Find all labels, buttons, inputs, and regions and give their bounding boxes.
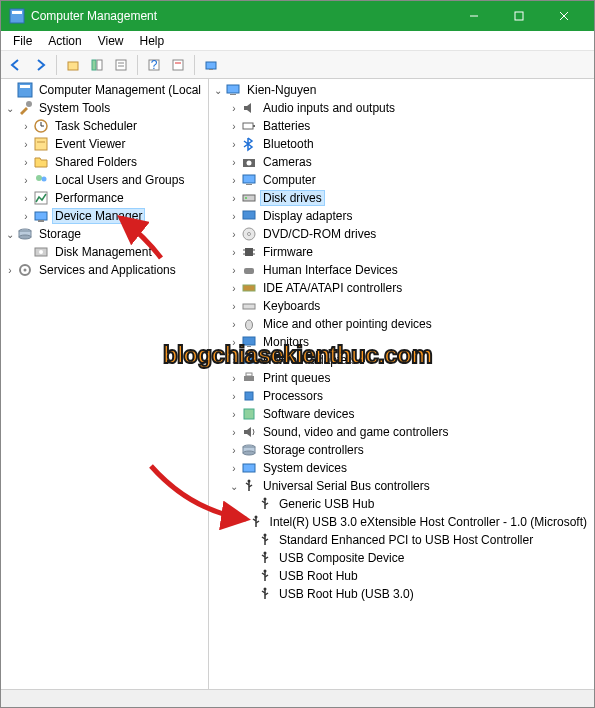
left-item-device-manager[interactable]: ›Device Manager xyxy=(3,207,208,225)
collapse-icon[interactable]: › xyxy=(227,445,241,456)
collapse-icon[interactable]: › xyxy=(227,157,241,168)
menu-view[interactable]: View xyxy=(90,32,132,50)
expand-icon[interactable]: ⌄ xyxy=(211,85,225,96)
device-category-network-adapters[interactable]: ›Network adapters xyxy=(211,351,594,369)
up-button[interactable] xyxy=(62,54,84,76)
device-item[interactable]: Generic USB Hub xyxy=(211,495,594,513)
collapse-icon[interactable]: › xyxy=(227,319,241,330)
svg-point-47 xyxy=(245,197,247,199)
usb-icon xyxy=(257,550,273,566)
device-category-monitors[interactable]: ›Monitors xyxy=(211,333,594,351)
device-category-firmware[interactable]: ›Firmware xyxy=(211,243,594,261)
usb-icon xyxy=(248,514,264,530)
device-category-print-queues[interactable]: ›Print queues xyxy=(211,369,594,387)
left-root-node[interactable]: Computer Management (Local xyxy=(3,81,208,99)
collapse-icon[interactable]: › xyxy=(227,175,241,186)
collapse-icon[interactable]: › xyxy=(227,391,241,402)
services-node[interactable]: ›Services and Applications xyxy=(3,261,208,279)
left-item-local-users-and-groups[interactable]: ›Local Users and Groups xyxy=(3,171,208,189)
device-category-dvd-cd-rom-drives[interactable]: ›DVD/CD-ROM drives xyxy=(211,225,594,243)
collapse-icon[interactable]: › xyxy=(227,463,241,474)
device-item[interactable]: Intel(R) USB 3.0 eXtensible Host Control… xyxy=(211,513,594,531)
device-category-system-devices[interactable]: ›System devices xyxy=(211,459,594,477)
device-category-disk-drives[interactable]: ›Disk drives xyxy=(211,189,594,207)
device-category-keyboards[interactable]: ›Keyboards xyxy=(211,297,594,315)
svg-rect-3 xyxy=(515,12,523,20)
menu-file[interactable]: File xyxy=(5,32,40,50)
collapse-icon[interactable]: › xyxy=(227,229,241,240)
collapse-icon[interactable]: › xyxy=(227,355,241,366)
forward-button[interactable] xyxy=(29,54,51,76)
device-category-storage-controllers[interactable]: ›Storage controllers xyxy=(211,441,594,459)
collapse-icon[interactable]: › xyxy=(227,247,241,258)
device-category-computer[interactable]: ›Computer xyxy=(211,171,594,189)
left-item-task-scheduler[interactable]: ›Task Scheduler xyxy=(3,117,208,135)
collapse-icon[interactable]: › xyxy=(227,337,241,348)
storage-node[interactable]: ⌄Storage xyxy=(3,225,208,243)
collapse-icon[interactable]: › xyxy=(227,427,241,438)
svg-rect-62 xyxy=(244,358,254,363)
close-button[interactable] xyxy=(541,1,586,31)
svg-rect-7 xyxy=(92,60,96,70)
menu-help[interactable]: Help xyxy=(132,32,173,50)
scan-hardware-button[interactable] xyxy=(200,54,222,76)
collapse-icon[interactable]: › xyxy=(19,211,33,222)
maximize-button[interactable] xyxy=(496,1,541,31)
device-category-software-devices[interactable]: ›Software devices xyxy=(211,405,594,423)
collapse-icon[interactable]: › xyxy=(227,301,241,312)
expand-icon[interactable]: ⌄ xyxy=(3,229,17,240)
collapse-icon[interactable]: › xyxy=(227,103,241,114)
collapse-icon[interactable]: › xyxy=(227,211,241,222)
left-tree[interactable]: Computer Management (Local⌄System Tools›… xyxy=(1,81,208,279)
svg-rect-66 xyxy=(245,392,253,400)
system-tools-node[interactable]: ⌄System Tools xyxy=(3,99,208,117)
show-hide-tree-button[interactable] xyxy=(86,54,108,76)
left-item-event-viewer[interactable]: ›Event Viewer xyxy=(3,135,208,153)
device-category-ide-ata-atapi-controllers[interactable]: ›IDE ATA/ATAPI controllers xyxy=(211,279,594,297)
collapse-icon[interactable]: › xyxy=(227,265,241,276)
device-category-display-adapters[interactable]: ›Display adapters xyxy=(211,207,594,225)
collapse-icon[interactable]: › xyxy=(227,409,241,420)
device-category-bluetooth[interactable]: ›Bluetooth xyxy=(211,135,594,153)
back-button[interactable] xyxy=(5,54,27,76)
expand-icon[interactable]: ⌄ xyxy=(3,103,17,114)
collapse-icon[interactable]: › xyxy=(227,373,241,384)
device-category-processors[interactable]: ›Processors xyxy=(211,387,594,405)
device-category-audio-inputs-and-outputs[interactable]: ›Audio inputs and outputs xyxy=(211,99,594,117)
menu-action[interactable]: Action xyxy=(40,32,89,50)
collapse-icon[interactable]: › xyxy=(227,139,241,150)
collapse-icon[interactable]: › xyxy=(19,193,33,204)
minimize-button[interactable] xyxy=(451,1,496,31)
collapse-icon[interactable]: › xyxy=(3,265,17,276)
collapse-icon[interactable]: › xyxy=(19,121,33,132)
device-category-mice-and-other-pointing-devices[interactable]: ›Mice and other pointing devices xyxy=(211,315,594,333)
left-item-disk-management[interactable]: Disk Management xyxy=(3,243,208,261)
refresh-button[interactable]: ? xyxy=(143,54,165,76)
device-category-sound-video-and-game-controllers[interactable]: ›Sound, video and game controllers xyxy=(211,423,594,441)
device-item[interactable]: USB Root Hub xyxy=(211,567,594,585)
help-button[interactable] xyxy=(167,54,189,76)
left-item-shared-folders[interactable]: ›Shared Folders xyxy=(3,153,208,171)
device-tree[interactable]: ⌄Kien-Nguyen›Audio inputs and outputs›Ba… xyxy=(209,81,594,603)
collapse-icon[interactable]: › xyxy=(227,283,241,294)
svg-point-59 xyxy=(246,320,253,330)
collapse-icon[interactable]: › xyxy=(227,193,241,204)
device-category-universal-serial-bus-controllers[interactable]: ⌄Universal Serial Bus controllers xyxy=(211,477,594,495)
collapse-icon[interactable]: › xyxy=(19,175,33,186)
left-item-performance[interactable]: ›Performance xyxy=(3,189,208,207)
device-category-batteries[interactable]: ›Batteries xyxy=(211,117,594,135)
properties-button[interactable] xyxy=(110,54,132,76)
collapse-icon[interactable]: › xyxy=(227,121,241,132)
expand-icon[interactable]: ⌄ xyxy=(227,481,241,492)
collapse-icon[interactable]: › xyxy=(19,157,33,168)
device-item[interactable]: USB Composite Device xyxy=(211,549,594,567)
svg-rect-48 xyxy=(243,211,255,219)
device-item[interactable]: USB Root Hub (USB 3.0) xyxy=(211,585,594,603)
device-root-node[interactable]: ⌄Kien-Nguyen xyxy=(211,81,594,99)
device-category-cameras[interactable]: ›Cameras xyxy=(211,153,594,171)
collapse-icon[interactable]: › xyxy=(19,139,33,150)
device-item[interactable]: Standard Enhanced PCI to USB Host Contro… xyxy=(211,531,594,549)
app-icon xyxy=(9,8,25,24)
device-category-human-interface-devices[interactable]: ›Human Interface Devices xyxy=(211,261,594,279)
svg-point-43 xyxy=(247,161,252,166)
